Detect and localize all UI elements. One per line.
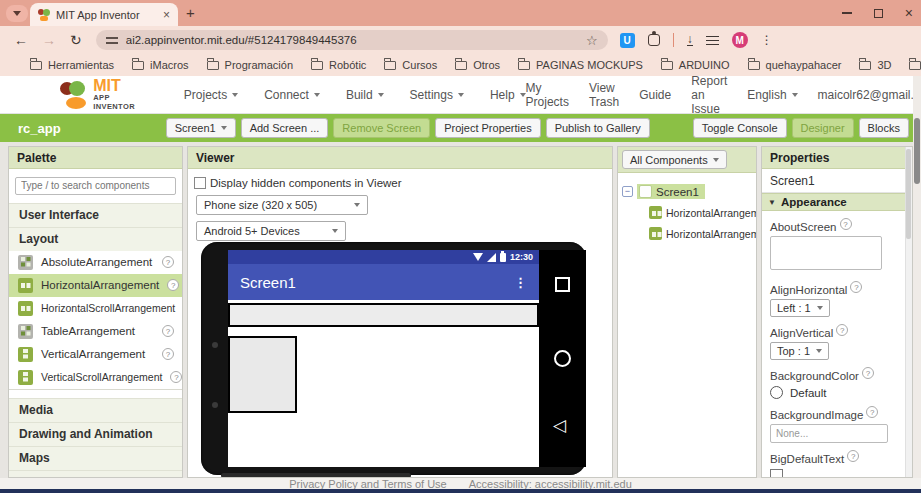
bookmark-folder[interactable]: Programación [207, 59, 293, 71]
collapse-icon[interactable]: − [622, 186, 633, 197]
help-icon[interactable]: ? [866, 406, 878, 418]
accessibility-link[interactable]: accessibility.mit.edu [535, 478, 632, 490]
bookmark-folder[interactable]: Anglar [909, 59, 921, 71]
tab-close-icon[interactable]: × [163, 8, 170, 22]
browser-menu-icon[interactable]: ⋮ [761, 33, 773, 47]
language-select[interactable]: English [747, 88, 797, 102]
browser-tab-strip: MIT App Inventor × + × [0, 0, 921, 26]
horizontal-arrangement-2[interactable] [228, 336, 297, 413]
align-vertical-select[interactable]: Top : 1 [770, 342, 829, 360]
bookmark-folder[interactable]: 3D [859, 59, 891, 71]
bookmark-folder[interactable]: Cursos [384, 59, 437, 71]
menu-settings[interactable]: Settings [410, 88, 464, 102]
help-icon[interactable]: ? [162, 256, 174, 268]
palette-section-charts[interactable]: Charts [9, 470, 182, 479]
account-menu[interactable]: maicolr62@gmail.com [818, 88, 921, 102]
horizontal-arrangement-1[interactable] [228, 303, 539, 327]
toggle-console-button[interactable]: Toggle Console [693, 118, 787, 138]
url-text[interactable]: ai2.appinventor.mit.edu/#512417984944537… [126, 34, 578, 46]
link-guide[interactable]: Guide [639, 88, 671, 102]
help-icon[interactable]: ? [840, 218, 852, 230]
privacy-policy-link[interactable]: Privacy Policy and Terms of Use [289, 478, 447, 490]
hidden-components-checkbox[interactable] [194, 177, 206, 189]
help-icon[interactable]: ? [862, 367, 874, 379]
background-image-input[interactable] [770, 424, 888, 443]
add-screen-button[interactable]: Add Screen ... [241, 118, 329, 138]
menu-help[interactable]: Help [490, 88, 526, 102]
screen-select-button[interactable]: Screen1 [166, 118, 236, 138]
tree-row-horizontal-arrangement-1[interactable]: HorizontalArrangement1 [649, 202, 756, 223]
palette-item-table-arrangement[interactable]: TableArrangement ? [9, 320, 182, 343]
bookmark-folder[interactable]: PAGINAS MOCKUPS [518, 59, 643, 71]
help-icon[interactable]: ? [162, 325, 174, 337]
palette-search-input[interactable] [15, 177, 176, 195]
tab-search-button[interactable] [6, 5, 28, 22]
palette-item-vertical-scroll-arrangement[interactable]: VerticalScrollArrangement ? [9, 366, 182, 389]
bookmark-star-icon[interactable]: ☆ [586, 33, 598, 48]
window-maximize-icon[interactable] [874, 9, 883, 18]
phone-size-select[interactable]: Phone size (320 x 505) [196, 195, 368, 215]
window-minimize-icon[interactable] [842, 12, 852, 14]
appearance-section-header[interactable]: ▼ Appearance [762, 193, 912, 211]
menu-connect[interactable]: Connect [264, 88, 320, 102]
project-properties-button[interactable]: Project Properties [435, 118, 540, 138]
menu-build[interactable]: Build [346, 88, 384, 102]
new-tab-button[interactable]: + [186, 4, 195, 21]
palette-item-absolute-arrangement[interactable]: AbsoluteArrangement ? [9, 251, 182, 274]
help-icon[interactable]: ? [847, 450, 859, 462]
help-icon[interactable]: ? [170, 371, 182, 383]
profile-avatar[interactable]: M [732, 32, 748, 48]
palette-section-user-interface[interactable]: User Interface [9, 203, 182, 227]
link-report-issue[interactable]: Report an Issue [691, 74, 727, 116]
big-default-text-label: BigDefaultText? [770, 453, 912, 465]
extensions-puzzle-icon[interactable] [648, 34, 660, 46]
palette-section-maps[interactable]: Maps [9, 446, 182, 470]
ublock-extension-icon[interactable]: U [620, 33, 635, 48]
scrollbar-thumb[interactable] [914, 118, 920, 184]
properties-scrollbar[interactable] [905, 147, 912, 477]
back-icon[interactable]: ← [14, 32, 28, 48]
align-horizontal-select[interactable]: Left : 1 [770, 299, 830, 317]
device-select[interactable]: Android 5+ Devices [196, 221, 346, 241]
palette-section-layout[interactable]: Layout [9, 227, 182, 251]
window-close-icon[interactable]: × [905, 5, 913, 21]
bookmark-folder[interactable]: Otros [455, 59, 500, 71]
all-components-select[interactable]: All Components [622, 150, 727, 169]
palette-item-vertical-arrangement[interactable]: VerticalArrangement ? [9, 343, 182, 366]
site-settings-icon[interactable] [106, 35, 118, 45]
page-scrollbar[interactable] [913, 76, 921, 489]
link-my-projects[interactable]: My Projects [526, 81, 569, 109]
about-screen-textarea[interactable] [770, 236, 882, 270]
menu-projects[interactable]: Projects [184, 88, 238, 102]
project-name: rc_app [18, 121, 61, 136]
bookmark-folder[interactable]: ARDUINO [661, 59, 730, 71]
bookmark-folder[interactable]: quehaypahacer [748, 59, 842, 71]
help-icon[interactable]: ? [162, 348, 174, 360]
address-bar[interactable]: ai2.appinventor.mit.edu/#512417984944537… [96, 30, 608, 50]
bookmark-folder[interactable]: Robótic [311, 59, 366, 71]
phone-screen[interactable]: 12:30 Screen1 ⋮ [228, 250, 539, 467]
link-view-trash[interactable]: View Trash [589, 81, 619, 109]
tree-row-screen1[interactable]: − Screen1 [622, 181, 756, 202]
publish-gallery-button[interactable]: Publish to Gallery [546, 118, 650, 138]
palette-item-horizontal-scroll-arrangement[interactable]: HorizontalScrollArrangement ? [9, 297, 182, 320]
downloads-icon[interactable]: ↓ [687, 34, 693, 46]
help-icon[interactable]: ? [850, 281, 862, 293]
bookmark-folder[interactable]: Herramientas [30, 59, 114, 71]
radio-label: Default [790, 387, 826, 399]
bookmark-folder[interactable]: iMacros [132, 59, 189, 71]
browser-tab[interactable]: MIT App Inventor × [30, 3, 178, 26]
chevron-down-icon [816, 349, 822, 353]
blocks-button[interactable]: Blocks [859, 118, 909, 138]
tree-row-horizontal-arrangement-2[interactable]: HorizontalArrangement2 [649, 223, 756, 244]
big-default-text-checkbox[interactable] [770, 469, 783, 478]
tab-list-icon[interactable] [706, 35, 719, 46]
background-color-radio[interactable] [770, 386, 783, 399]
palette-section-media[interactable]: Media [9, 398, 182, 422]
palette-section-drawing-animation[interactable]: Drawing and Animation [9, 422, 182, 446]
palette-item-horizontal-arrangement[interactable]: HorizontalArrangement ? [9, 274, 182, 297]
help-icon[interactable]: ? [167, 279, 179, 291]
help-icon[interactable]: ? [836, 324, 848, 336]
mit-app-inventor-logo[interactable]: MIT APP INVENTOR [60, 78, 142, 111]
reload-icon[interactable]: ↻ [70, 32, 82, 48]
